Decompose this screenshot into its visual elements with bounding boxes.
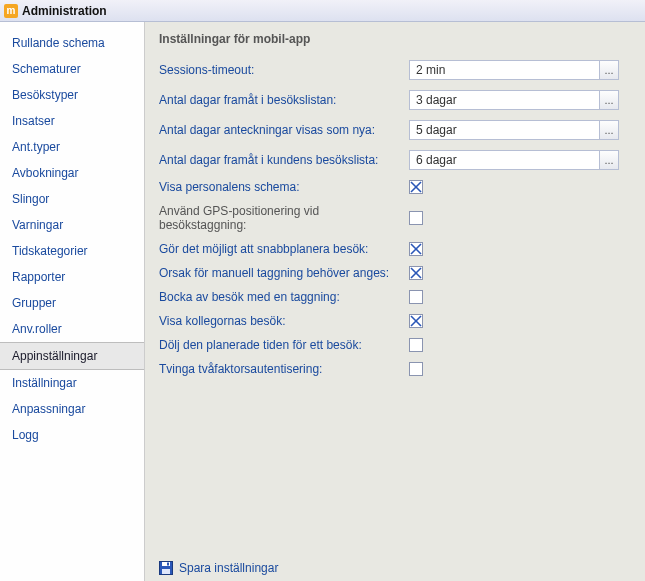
combo-input-3[interactable] [409,150,599,170]
combo-dropdown-button-2[interactable]: ... [599,120,619,140]
combo-dropdown-button-0[interactable]: ... [599,60,619,80]
form-row-check-7: Tvinga tvåfaktorsautentisering: [159,362,631,376]
checkbox-5[interactable] [409,314,423,328]
combo-input-0[interactable] [409,60,599,80]
svg-rect-18 [162,569,170,574]
form-row-check-5: Visa kollegornas besök: [159,314,631,328]
sidebar-item-15[interactable]: Logg [0,422,144,448]
checkbox-0[interactable] [409,180,423,194]
sidebar-item-label: Anpassningar [12,402,85,416]
form-row-combo-1: Antal dagar framåt i besökslistan:... [159,90,631,110]
combo-2: ... [409,120,619,140]
sidebar-item-label: Varningar [12,218,63,232]
sidebar-item-4[interactable]: Ant.typer [0,134,144,160]
checkbox-3[interactable] [409,266,423,280]
form-row-combo-2: Antal dagar anteckningar visas som nya:.… [159,120,631,140]
form-label: Orsak för manuell taggning behöver anges… [159,266,409,280]
form-label: Visa personalens schema: [159,180,409,194]
combo-0: ... [409,60,619,80]
sidebar-item-11[interactable]: Anv.roller [0,316,144,342]
checkbox-2[interactable] [409,242,423,256]
sidebar-item-label: Besökstyper [12,88,78,102]
form-row-check-2: Gör det möjligt att snabbplanera besök: [159,242,631,256]
sidebar-item-14[interactable]: Anpassningar [0,396,144,422]
form-row-combo-3: Antal dagar framåt i kundens besökslista… [159,150,631,170]
sidebar-item-0[interactable]: Rullande schema [0,30,144,56]
form-label: Gör det möjligt att snabbplanera besök: [159,242,409,256]
sidebar-item-label: Ant.typer [12,140,60,154]
sidebar-item-label: Schematurer [12,62,81,76]
sidebar-item-6[interactable]: Slingor [0,186,144,212]
titlebar: m Administration [0,0,645,22]
sidebar-item-label: Avbokningar [12,166,79,180]
sidebar-item-label: Tidskategorier [12,244,88,258]
checkbox-1[interactable] [409,211,423,225]
sidebar-item-label: Grupper [12,296,56,310]
form-label: Bocka av besök med en taggning: [159,290,409,304]
page-title: Administration [22,4,107,18]
sidebar-item-label: Appinställningar [12,349,97,363]
save-label: Spara inställningar [179,561,278,575]
form-label: Dölj den planerade tiden för ett besök: [159,338,409,352]
sidebar-item-9[interactable]: Rapporter [0,264,144,290]
save-icon [159,561,173,575]
form-row-check-0: Visa personalens schema: [159,180,631,194]
sidebar-item-1[interactable]: Schematurer [0,56,144,82]
sidebar-item-label: Insatser [12,114,55,128]
combo-dropdown-button-3[interactable]: ... [599,150,619,170]
form-label: Antal dagar anteckningar visas som nya: [159,123,409,137]
svg-rect-19 [167,563,169,566]
sidebar-item-label: Rullande schema [12,36,105,50]
sidebar-item-5[interactable]: Avbokningar [0,160,144,186]
app-icon: m [4,4,18,18]
form-row-check-1: Använd GPS-positionering vid besökstaggn… [159,204,631,232]
sidebar: Rullande schemaSchematurerBesökstyperIns… [0,22,145,581]
checkbox-7[interactable] [409,362,423,376]
combo-input-2[interactable] [409,120,599,140]
combo-1: ... [409,90,619,110]
section-title: Inställningar för mobil-app [159,32,631,46]
sidebar-item-3[interactable]: Insatser [0,108,144,134]
form-row-check-6: Dölj den planerade tiden för ett besök: [159,338,631,352]
combo-3: ... [409,150,619,170]
checkbox-4[interactable] [409,290,423,304]
checkbox-6[interactable] [409,338,423,352]
combo-input-1[interactable] [409,90,599,110]
sidebar-item-label: Rapporter [12,270,65,284]
sidebar-item-label: Slingor [12,192,49,206]
sidebar-item-7[interactable]: Varningar [0,212,144,238]
sidebar-item-10[interactable]: Grupper [0,290,144,316]
save-button[interactable]: Spara inställningar [159,551,631,575]
sidebar-item-label: Logg [12,428,39,442]
form-row-check-3: Orsak för manuell taggning behöver anges… [159,266,631,280]
form-label: Antal dagar framåt i besökslistan: [159,93,409,107]
sidebar-item-8[interactable]: Tidskategorier [0,238,144,264]
form-label: Sessions-timeout: [159,63,409,77]
form-label: Visa kollegornas besök: [159,314,409,328]
form-label: Använd GPS-positionering vid besökstaggn… [159,204,409,232]
form-row-check-4: Bocka av besök med en taggning: [159,290,631,304]
main-panel: Inställningar för mobil-app Sessions-tim… [145,22,645,581]
sidebar-item-2[interactable]: Besökstyper [0,82,144,108]
combo-dropdown-button-1[interactable]: ... [599,90,619,110]
form-label: Tvinga tvåfaktorsautentisering: [159,362,409,376]
form-label: Antal dagar framåt i kundens besökslista… [159,153,409,167]
sidebar-item-label: Anv.roller [12,322,62,336]
sidebar-item-label: Inställningar [12,376,77,390]
sidebar-item-12[interactable]: Appinställningar [0,342,144,370]
form-row-combo-0: Sessions-timeout:... [159,60,631,80]
sidebar-item-13[interactable]: Inställningar [0,370,144,396]
